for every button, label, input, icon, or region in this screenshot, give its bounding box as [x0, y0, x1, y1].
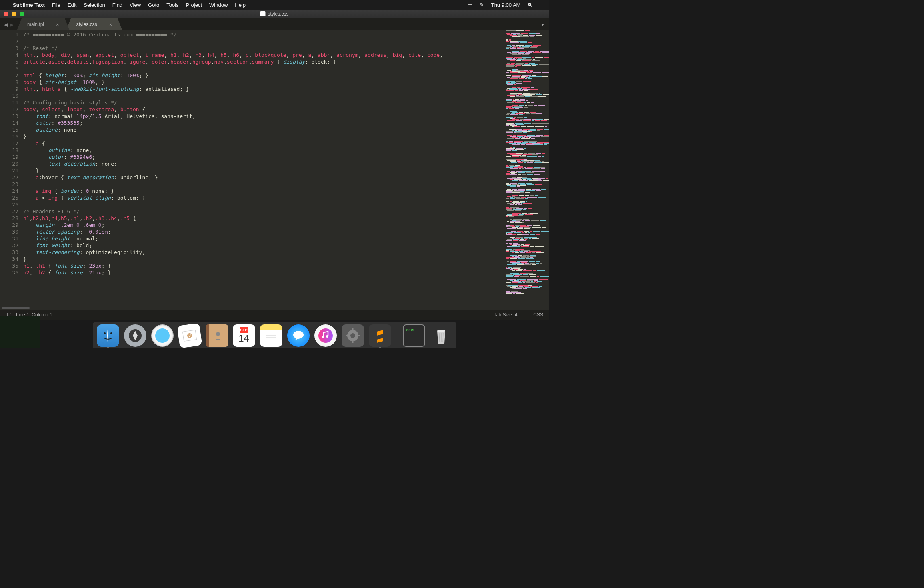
tab-bar: ◀ ▶ main.tpl × styles.css × ▼ — [0, 18, 549, 30]
minimap[interactable] — [505, 30, 549, 306]
close-window-button[interactable] — [4, 12, 8, 16]
svg-point-13 — [318, 328, 333, 343]
dock-sublime-text[interactable] — [369, 324, 391, 347]
tab-close-icon[interactable]: × — [109, 22, 112, 28]
dock-itunes[interactable] — [314, 324, 337, 347]
menu-tools[interactable]: Tools — [166, 2, 178, 8]
dock-calendar[interactable]: SEP 14 — [233, 324, 255, 347]
nav-back-icon[interactable]: ◀ — [4, 22, 8, 28]
menu-window[interactable]: Window — [209, 2, 228, 8]
menu-edit[interactable]: Edit — [68, 2, 76, 8]
dock-separator — [397, 327, 397, 347]
svg-point-22 — [437, 330, 445, 332]
dock-system-preferences[interactable] — [342, 324, 364, 347]
dock-terminal[interactable]: exec — [403, 324, 425, 347]
menu-list-icon[interactable]: ≡ — [540, 2, 543, 8]
maximize-window-button[interactable] — [20, 12, 24, 16]
menu-file[interactable]: File — [52, 2, 60, 8]
tab-label: styles.css — [76, 22, 97, 27]
clock[interactable]: Thu 9:00 AM — [491, 2, 521, 8]
calendar-day: 14 — [238, 333, 249, 344]
svg-point-1 — [110, 332, 112, 334]
minimize-window-button[interactable] — [12, 12, 16, 16]
scrollbar-thumb[interactable] — [2, 307, 30, 309]
dock-finder[interactable] — [97, 324, 119, 347]
window-title-text: styles.css — [268, 11, 288, 17]
svg-point-0 — [104, 332, 106, 334]
line-number-gutter: 1234567891011121314151617181920212223242… — [0, 30, 23, 306]
svg-point-15 — [326, 335, 328, 338]
horizontal-scrollbar[interactable] — [0, 306, 549, 310]
svg-point-8 — [216, 332, 220, 336]
display-icon[interactable]: ▭ — [468, 2, 472, 8]
svg-point-17 — [350, 333, 355, 338]
desktop-background: SEP 14 exec — [0, 316, 549, 348]
menu-help[interactable]: Help — [235, 2, 246, 8]
menu-goto[interactable]: Goto — [148, 2, 159, 8]
spotlight-icon[interactable]: 🔍︎ — [528, 2, 533, 8]
dock-notes[interactable] — [260, 324, 282, 347]
menu-find[interactable]: Find — [112, 2, 122, 8]
dock-messages[interactable] — [287, 324, 310, 347]
tab-close-icon[interactable]: × — [56, 22, 59, 28]
dock-contacts[interactable] — [206, 324, 228, 347]
editor: 1234567891011121314151617181920212223242… — [0, 30, 549, 306]
dock-launchpad[interactable] — [124, 324, 146, 347]
app-name[interactable]: Sublime Text — [13, 2, 45, 8]
dock-safari[interactable] — [151, 324, 174, 347]
dock: SEP 14 exec — [93, 322, 456, 348]
nav-forward-icon[interactable]: ▶ — [10, 22, 14, 28]
dock-mail[interactable] — [177, 323, 202, 348]
tab-main-tpl[interactable]: main.tpl × — [22, 18, 65, 30]
macos-menubar: Sublime Text File Edit Selection Find Vi… — [0, 0, 549, 10]
calendar-month: SEP — [240, 327, 247, 333]
window-title: styles.css — [260, 11, 288, 17]
menu-view[interactable]: View — [130, 2, 141, 8]
svg-point-12 — [293, 331, 304, 339]
terminal-label: exec — [406, 328, 416, 332]
code-area[interactable]: /* ========== © 2016 Centroarts.com ====… — [23, 30, 505, 306]
menu-selection[interactable]: Selection — [84, 2, 105, 8]
file-icon — [260, 11, 265, 16]
window-titlebar: styles.css — [0, 10, 549, 18]
dock-trash[interactable] — [430, 324, 452, 347]
tab-styles-css[interactable]: styles.css × — [71, 18, 118, 30]
svg-point-14 — [322, 336, 324, 338]
script-icon[interactable]: ✎ — [480, 2, 484, 8]
tabbar-dropdown-icon[interactable]: ▼ — [541, 22, 545, 27]
menu-project[interactable]: Project — [186, 2, 202, 8]
tab-label: main.tpl — [27, 22, 44, 27]
